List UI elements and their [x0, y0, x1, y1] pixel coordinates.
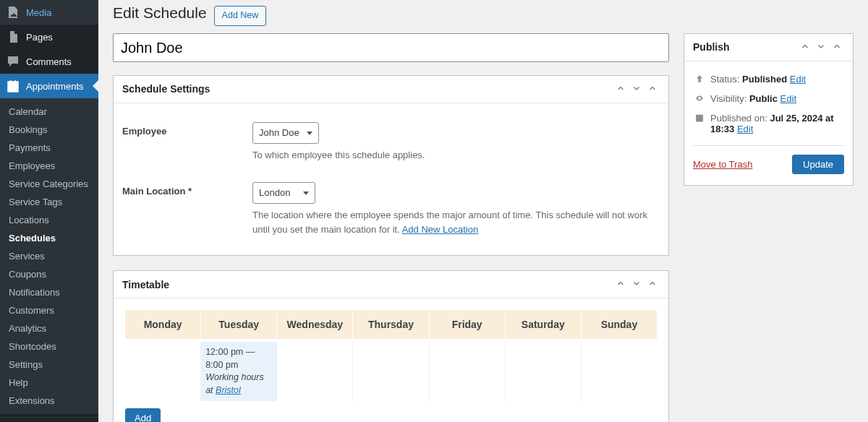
menu-label: Pages [26, 32, 53, 43]
submenu-bookings[interactable]: Bookings [0, 121, 98, 139]
timetable-event[interactable]: 12:00 pm — 8:00 pm Working hours at Bris… [201, 342, 276, 401]
event-location-link[interactable]: Bristol [216, 385, 241, 395]
employee-label: Employee [122, 122, 252, 163]
panel-up-icon[interactable] [613, 83, 628, 95]
admin-sidebar: Media Pages Comments Appointments Calend… [0, 0, 98, 422]
submenu-customers[interactable]: Customers [0, 301, 98, 319]
calendar-small-icon [693, 113, 706, 125]
move-to-trash-link[interactable]: Move to Trash [693, 159, 752, 170]
event-location: Working hours at Bristol [205, 371, 272, 397]
panel-title: Timetable [122, 279, 169, 290]
post-title-input[interactable] [113, 33, 669, 62]
submenu-settings[interactable]: Settings [0, 356, 98, 374]
day-col-sun [582, 342, 657, 401]
day-header-fri: Friday [430, 310, 506, 339]
menu-pages[interactable]: Pages [0, 25, 98, 49]
day-header-wed: Wednesday [277, 310, 353, 339]
panel-schedule-settings: Schedule Settings Employee John Doe To w… [113, 75, 669, 257]
add-new-button[interactable]: Add New [214, 6, 267, 26]
submenu-service-categories[interactable]: Service Categories [0, 175, 98, 193]
calendar-icon [6, 79, 20, 93]
submenu-locations[interactable]: Locations [0, 211, 98, 229]
add-new-location-link[interactable]: Add New Location [402, 224, 479, 235]
submenu-payments[interactable]: Payments [0, 139, 98, 157]
media-icon [6, 5, 20, 20]
panel-publish: Publish Status: Published Ed [684, 33, 854, 186]
panel-up-icon[interactable] [798, 41, 812, 53]
panel-timetable: Timetable Monday Tuesday Wednesday Thurs… [113, 270, 669, 422]
edit-visibility-link[interactable]: Edit [780, 93, 796, 104]
day-header-thu: Thursday [353, 310, 429, 339]
employee-desc: To which employee this schedule applies. [252, 148, 660, 163]
day-col-wed [277, 342, 353, 401]
update-button[interactable]: Update [792, 155, 844, 174]
panel-title: Publish [693, 41, 730, 53]
panel-toggle-icon[interactable] [645, 83, 660, 95]
submenu: Calendar Bookings Payments Employees Ser… [0, 98, 98, 414]
submenu-service-tags[interactable]: Service Tags [0, 193, 98, 211]
timetable-add-button[interactable]: Add [125, 408, 161, 422]
location-label: Main Location * [122, 182, 252, 236]
submenu-employees[interactable]: Employees [0, 157, 98, 175]
eye-icon [693, 93, 706, 106]
submenu-schedules[interactable]: Schedules [0, 229, 98, 247]
day-header-tue: Tuesday [201, 310, 277, 339]
submenu-help[interactable]: Help [0, 374, 98, 392]
edit-date-link[interactable]: Edit [737, 124, 753, 134]
panel-toggle-icon[interactable] [830, 41, 844, 53]
menu-comments[interactable]: Comments [0, 49, 98, 74]
panel-toggle-icon[interactable] [645, 278, 660, 290]
page-title: Edit Schedule [113, 4, 207, 22]
menu-appointments[interactable]: Appointments [0, 74, 98, 98]
submenu-extensions[interactable]: Extensions [0, 392, 98, 410]
menu-appearance[interactable]: Appearance [0, 418, 98, 422]
location-select[interactable]: London [252, 182, 315, 204]
submenu-services[interactable]: Services [0, 247, 98, 265]
menu-media[interactable]: Media [0, 0, 98, 25]
main-content: Edit Schedule Add New Schedule Settings … [98, 0, 868, 422]
day-col-tue: 12:00 pm — 8:00 pm Working hours at Bris… [201, 342, 277, 401]
page-icon [6, 30, 20, 44]
event-time: 12:00 pm — 8:00 pm [205, 346, 272, 371]
day-header-sat: Saturday [506, 310, 582, 339]
submenu-notifications[interactable]: Notifications [0, 283, 98, 301]
submenu-coupons[interactable]: Coupons [0, 265, 98, 283]
submenu-shortcodes[interactable]: Shortcodes [0, 337, 98, 356]
day-col-mon [125, 342, 201, 401]
panel-up-icon[interactable] [613, 278, 628, 290]
comment-icon [6, 54, 20, 69]
panel-down-icon[interactable] [629, 278, 644, 290]
day-col-thu [353, 342, 429, 401]
day-col-fri [430, 342, 506, 401]
day-col-sat [506, 342, 582, 401]
menu-label: Appointments [26, 81, 84, 92]
location-desc: The location where the employee spends t… [252, 208, 660, 236]
submenu-analytics[interactable]: Analytics [0, 319, 98, 337]
menu-label: Media [26, 7, 51, 18]
submenu-calendar[interactable]: Calendar [0, 103, 98, 121]
day-header-sun: Sunday [582, 310, 657, 339]
menu-label: Comments [26, 56, 72, 67]
day-header-mon: Monday [125, 310, 201, 339]
edit-status-link[interactable]: Edit [790, 74, 806, 85]
panel-down-icon[interactable] [629, 83, 644, 95]
panel-title: Schedule Settings [122, 83, 210, 95]
employee-select[interactable]: John Doe [252, 122, 319, 144]
panel-down-icon[interactable] [814, 41, 828, 53]
pin-icon [693, 74, 706, 86]
